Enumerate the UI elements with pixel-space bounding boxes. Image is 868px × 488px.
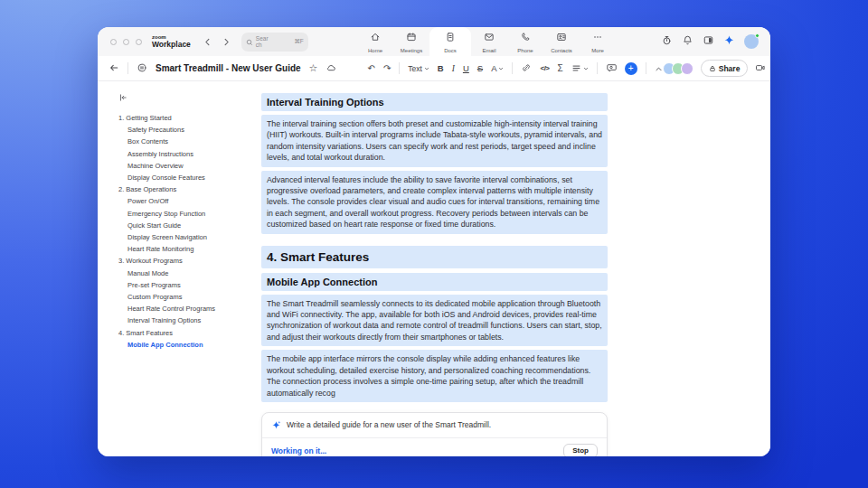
ai-prompt-text: Write a detailed guide for a new user of… <box>287 420 491 429</box>
text-style-dropdown[interactable]: Text <box>408 64 429 73</box>
search-shortcut: ⌘F <box>294 38 303 45</box>
collapse-sidebar-icon[interactable] <box>118 89 127 106</box>
share-button[interactable]: Share <box>701 60 749 77</box>
doc-block-h1[interactable]: 4. Smart Features <box>261 246 608 268</box>
search-input[interactable]: Search ⌘F <box>241 33 308 52</box>
divider <box>597 62 598 74</box>
doc-block-h2[interactable]: Interval Training Options <box>261 93 608 111</box>
toc-item[interactable]: Mobile App Connection <box>118 339 256 351</box>
presence-dot <box>755 33 760 38</box>
formula-sigma-icon[interactable]: Σ <box>558 64 563 73</box>
phone-icon <box>520 30 531 46</box>
toc-item[interactable]: Display Console Features <box>118 172 256 183</box>
video-camera-icon[interactable] <box>755 61 766 77</box>
toc-item[interactable]: 3. Workout Programs <box>118 255 256 267</box>
toc-item[interactable]: Heart Rate Control Programs <box>118 303 256 314</box>
ai-companion-sparkle-icon[interactable] <box>723 33 735 50</box>
doc-block-p[interactable]: The mobile app interface mirrors the con… <box>261 350 608 402</box>
tab-more[interactable]: More <box>580 27 616 56</box>
side-panel-icon[interactable] <box>703 33 714 50</box>
more-icon <box>592 30 603 46</box>
search-placeholder: Search <box>256 35 269 48</box>
doc-block-p[interactable]: Advanced interval features include the a… <box>261 171 608 234</box>
toc-item[interactable]: Machine Overview <box>118 160 256 172</box>
toc-item[interactable]: Quick Start Guide <box>118 220 256 231</box>
doc-title[interactable]: Smart Treadmill - New User Guide <box>156 63 301 73</box>
toc-item[interactable]: 4. Smart Features <box>118 327 256 339</box>
search-icon <box>246 33 253 50</box>
redo-button[interactable]: ↷ <box>383 64 391 73</box>
list-format-dropdown[interactable] <box>571 63 589 73</box>
traffic-light-minimize[interactable] <box>123 39 129 45</box>
toc-item[interactable]: Assembly Instructions <box>118 148 256 160</box>
cloud-saved-icon <box>326 61 336 77</box>
app-window: zoom Workplace Search ⌘F Home Meetings D… <box>98 27 770 456</box>
nav-forward-icon[interactable] <box>222 33 231 50</box>
zoom-workplace-logo: zoom Workplace <box>152 34 191 49</box>
ai-status-text: Working on it... <box>271 446 326 455</box>
divider <box>127 62 128 74</box>
bold-button[interactable]: B <box>438 63 444 73</box>
strikethrough-button[interactable]: S <box>477 63 483 73</box>
collapse-toolbar-chevron-icon[interactable] <box>655 61 663 77</box>
toc-item[interactable]: Display Screen Navigation <box>118 231 256 243</box>
ai-companion-panel: Write a detailed guide for a new user of… <box>261 412 608 456</box>
traffic-lights <box>110 39 142 45</box>
favorite-star-icon[interactable]: ☆ <box>309 63 318 73</box>
document-body: Interval Training OptionsThe interval tr… <box>261 93 608 456</box>
undo-button[interactable]: ↶ <box>367 64 374 73</box>
outline-items: 1. Getting StartedSafety PrecautionsBox … <box>118 112 256 351</box>
doc-block-p[interactable]: The interval training section offers bot… <box>261 115 608 167</box>
contacts-icon <box>556 30 567 46</box>
doc-block-h2[interactable]: Mobile App Connection <box>261 273 608 291</box>
tab-contacts[interactable]: Contacts <box>543 27 580 56</box>
notifications-bell-icon[interactable] <box>682 33 693 50</box>
tab-meetings[interactable]: Meetings <box>393 27 429 56</box>
toc-item[interactable]: Safety Precautions <box>118 124 256 136</box>
collaborator-avatars[interactable] <box>663 62 693 75</box>
code-icon[interactable]: </> <box>540 64 549 72</box>
toc-item[interactable]: Custom Programs <box>118 291 256 303</box>
toc-item[interactable]: Pre-set Programs <box>118 279 256 291</box>
toc-item[interactable]: Emergency Stop Function <box>118 208 256 220</box>
tab-docs[interactable]: Docs <box>429 27 471 56</box>
tab-email[interactable]: Email <box>471 27 507 56</box>
traffic-light-close[interactable] <box>110 39 117 45</box>
lock-icon <box>709 65 716 72</box>
doc-content-area: 1. Getting StartedSafety PrecautionsBox … <box>98 81 770 456</box>
toc-item[interactable]: Interval Training Options <box>118 314 256 326</box>
meetings-icon <box>406 30 417 46</box>
underline-button[interactable]: U <box>463 63 469 73</box>
nav-back-icon[interactable] <box>203 33 212 50</box>
back-button[interactable] <box>108 61 119 77</box>
app-tabs: Home Meetings Docs Email Phone Contacts … <box>357 27 616 56</box>
toc-item[interactable]: 1. Getting Started <box>118 112 256 124</box>
insert-plus-button[interactable]: + <box>625 62 637 75</box>
collaborator-avatar <box>681 62 693 75</box>
toc-item[interactable]: Power On/Off <box>118 195 256 207</box>
doc-block-p[interactable]: The Smart Treadmill seamlessly connects … <box>261 295 608 347</box>
user-avatar[interactable] <box>744 34 759 49</box>
toc-item[interactable]: Manual Mode <box>118 267 256 279</box>
history-nav <box>203 33 231 50</box>
link-icon[interactable] <box>521 61 532 77</box>
clock-icon[interactable] <box>661 33 673 50</box>
tab-home[interactable]: Home <box>357 27 393 56</box>
home-icon <box>370 30 381 46</box>
toc-item[interactable]: Heart Rate Monitoring <box>118 243 256 255</box>
top-bar: zoom Workplace Search ⌘F Home Meetings D… <box>98 27 770 56</box>
docs-home-icon[interactable] <box>137 61 147 77</box>
comment-icon[interactable] <box>606 61 617 77</box>
traffic-light-maximize[interactable] <box>136 39 142 45</box>
doc-toolbar: Smart Treadmill - New User Guide ☆ ↶ ↷ T… <box>98 56 770 81</box>
text-color-dropdown[interactable]: A <box>491 63 504 73</box>
outline-sidebar: 1. Getting StartedSafety PrecautionsBox … <box>118 89 256 351</box>
toc-item[interactable]: 2. Base Operations <box>118 183 256 195</box>
divider <box>512 62 513 74</box>
toc-item[interactable]: Box Contents <box>118 136 256 147</box>
stop-button[interactable]: Stop <box>563 444 598 456</box>
italic-button[interactable]: I <box>452 64 455 73</box>
divider <box>646 62 646 74</box>
tab-phone[interactable]: Phone <box>507 27 543 56</box>
email-icon <box>484 30 495 46</box>
